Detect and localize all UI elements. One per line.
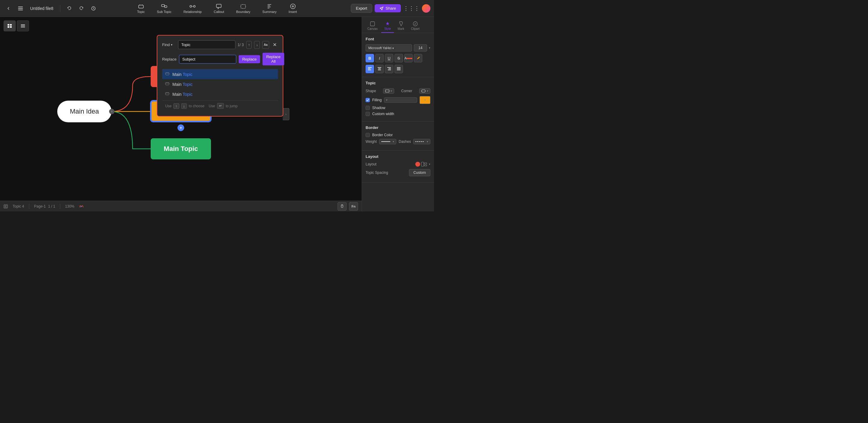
dashes-select[interactable]: ▾: [413, 139, 430, 144]
topic-spacing-row: Topic Spacing Custom: [366, 169, 430, 176]
svg-rect-2: [18, 10, 23, 10]
shadow-label: Shadow: [372, 106, 385, 110]
export-button[interactable]: Export: [351, 4, 373, 13]
custom-width-row: Custom width: [366, 112, 430, 116]
tool-insert[interactable]: Insert: [286, 2, 300, 15]
tool-summary[interactable]: Summary: [260, 2, 279, 15]
card-view-btn[interactable]: [4, 21, 16, 31]
tool-boundary[interactable]: Boundary: [234, 2, 253, 15]
canvas-area[interactable]: › Main Idea › Main Topic ✎: [0, 17, 362, 212]
find-nav-down-btn[interactable]: ↓: [254, 41, 260, 49]
result-item-1[interactable]: Main Topic: [162, 69, 278, 79]
svg-rect-50: [397, 70, 401, 70]
redo-button[interactable]: [76, 4, 86, 13]
case-sensitive-btn[interactable]: Aa: [262, 41, 269, 49]
align-left-btn[interactable]: [366, 65, 374, 73]
weight-dashes-row: Weight ▾ Dashes ▾: [366, 139, 430, 144]
result-item-3[interactable]: Main Topic: [162, 89, 278, 99]
shadow-checkbox[interactable]: [366, 106, 370, 110]
right-panel: Canvas Style Mark Clipart Font Microsoft…: [362, 17, 434, 212]
svg-rect-20: [10, 26, 12, 28]
custom-width-label: Custom width: [372, 112, 394, 116]
svg-rect-8: [164, 6, 167, 7]
tool-relationship[interactable]: Relationship: [181, 2, 204, 15]
tab-canvas[interactable]: Canvas: [364, 19, 381, 33]
plus-btn-bottom[interactable]: +: [178, 124, 184, 131]
grid-button[interactable]: ⋮⋮⋮: [403, 5, 420, 12]
align-justify-btn[interactable]: [395, 65, 403, 73]
font-size-input[interactable]: [414, 44, 427, 52]
find-row: Find ▾ 1/ 3 ↑ ↓ Aa ✕: [162, 40, 278, 49]
align-center-btn[interactable]: [375, 65, 384, 73]
tool-subtopic[interactable]: Sub Topic: [155, 2, 174, 15]
fn-btn[interactable]: Fn: [349, 202, 358, 210]
replace-all-button[interactable]: Replace All: [262, 53, 284, 65]
history-button[interactable]: [89, 4, 98, 13]
collapse-btn[interactable]: ›: [109, 109, 115, 114]
left-toolbar: [4, 21, 29, 31]
status-sep-1: [29, 204, 29, 209]
status-sep-2: [60, 204, 60, 209]
filling-checkbox[interactable]: [366, 98, 370, 102]
toolbar-center: Topic Sub Topic Relationship Callout Bou…: [135, 2, 299, 15]
main-idea-node[interactable]: Main Idea ›: [57, 101, 112, 122]
menu-button[interactable]: [16, 4, 25, 13]
mouse-settings-btn[interactable]: [338, 202, 347, 210]
align-right-btn[interactable]: [385, 65, 393, 73]
list-view-btn[interactable]: [17, 21, 29, 31]
find-nav-up-btn[interactable]: ↑: [246, 41, 252, 49]
svg-rect-17: [7, 24, 9, 26]
filling-color[interactable]: ▾: [420, 96, 430, 104]
replace-input[interactable]: [179, 55, 236, 64]
result-icon-2: [165, 82, 169, 87]
weight-select[interactable]: ▾: [379, 139, 396, 144]
svg-rect-1: [18, 8, 23, 9]
status-outline-btn[interactable]: [4, 204, 8, 208]
corner-select[interactable]: ▾: [419, 88, 430, 94]
svg-point-11: [193, 5, 195, 7]
tab-clipart[interactable]: Clipart: [408, 19, 423, 33]
font-color-btn[interactable]: A: [404, 54, 412, 62]
svg-rect-38: [407, 58, 412, 59]
border-color-checkbox[interactable]: [366, 133, 370, 137]
tab-style[interactable]: Style: [381, 19, 394, 33]
result-icon-1: [165, 72, 169, 77]
result-item-2[interactable]: Main Topic: [162, 79, 278, 89]
results-list: Main Topic Main Topic Main Topic: [162, 69, 278, 99]
topic-node-3[interactable]: Main Topic: [151, 138, 211, 159]
shape-label: Shape: [366, 89, 376, 93]
status-zoom[interactable]: 130%: [65, 204, 74, 208]
tool-callout[interactable]: Callout: [211, 2, 226, 15]
find-close-btn[interactable]: ✕: [272, 41, 278, 49]
find-replace-panel: Find ▾ 1/ 3 ↑ ↓ Aa ✕ Replace Replace Rep…: [157, 35, 283, 117]
font-name-select[interactable]: Microsoft YaHei ▾: [366, 44, 412, 52]
bold-btn[interactable]: B: [366, 54, 374, 62]
find-input[interactable]: [178, 40, 236, 49]
undo-button[interactable]: [64, 4, 74, 13]
strikethrough-btn[interactable]: S: [395, 54, 403, 62]
svg-rect-28: [165, 93, 169, 95]
filling-dropdown[interactable]: ▾: [384, 97, 417, 103]
share-button[interactable]: Share: [375, 4, 401, 12]
affine-logo: [79, 204, 84, 208]
tab-mark[interactable]: Mark: [395, 19, 407, 33]
svg-rect-55: [421, 162, 424, 166]
find-label[interactable]: Find ▾: [162, 42, 176, 47]
underline-btn[interactable]: U: [385, 54, 393, 62]
status-bar: Topic 4 Page-1 1 / 1 130%: [0, 201, 362, 212]
custom-width-checkbox[interactable]: [366, 112, 370, 116]
filling-label: Filling: [372, 98, 381, 102]
avatar[interactable]: [422, 4, 430, 13]
toolbar-right: Export Share ⋮⋮⋮: [351, 4, 434, 13]
layout-icon-active[interactable]: [415, 162, 420, 167]
back-button[interactable]: [4, 4, 13, 13]
italic-btn[interactable]: I: [375, 54, 384, 62]
align-btns: [366, 65, 430, 73]
topic-spacing-custom-btn[interactable]: Custom: [409, 169, 430, 176]
tool-topic[interactable]: Topic: [135, 2, 147, 15]
shape-select[interactable]: ▾: [383, 88, 394, 94]
highlight-btn[interactable]: [414, 54, 422, 62]
replace-button[interactable]: Replace: [239, 55, 260, 63]
svg-point-37: [413, 22, 417, 26]
panel-collapse-btn[interactable]: ›: [283, 108, 289, 120]
